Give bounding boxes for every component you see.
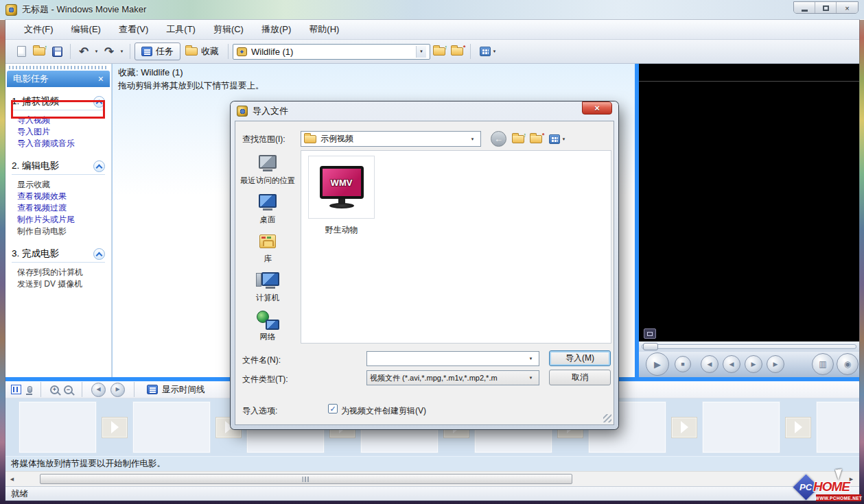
sparkle-icon: * — [463, 44, 465, 51]
pane-grip[interactable] — [9, 66, 108, 69]
back-button[interactable]: ← — [491, 131, 506, 147]
filetype-combo[interactable]: 视频文件 (*.avi,*.mpg,*.m1v,*.mp2,*.m ▼ — [366, 370, 539, 385]
collection-reel-icon — [237, 47, 247, 56]
zoom-in-button[interactable]: + — [50, 385, 59, 394]
storyboard-transition-slot[interactable] — [102, 418, 127, 437]
dialog-close-button[interactable]: × — [582, 101, 612, 115]
next-frame-button[interactable]: ▶ — [767, 355, 784, 373]
step-back-button[interactable]: ◀ — [723, 355, 740, 373]
storyboard-clip-slot[interactable] — [19, 402, 96, 453]
desktop: 无标题 - Windows Movie Maker × 文件(F) 编辑(E) … — [0, 0, 864, 504]
place-network[interactable]: 网络 — [256, 311, 279, 342]
menu-clip[interactable]: 剪辑(C) — [205, 21, 253, 38]
menu-help[interactable]: 帮助(H) — [300, 21, 348, 38]
task-automovie[interactable]: 制作自动电影 — [17, 226, 105, 237]
import-button[interactable]: 导入(M) — [549, 350, 611, 366]
rewind-storyboard-button[interactable]: ◀ — [91, 383, 106, 397]
menu-view[interactable]: 查看(V) — [110, 21, 157, 38]
dialog-app-icon — [237, 106, 248, 117]
storyboard-clip-slot[interactable] — [703, 402, 780, 453]
minimize-button[interactable] — [794, 2, 815, 14]
menu-file[interactable]: 文件(F) — [15, 21, 62, 38]
scrollbar-thumb[interactable] — [40, 474, 572, 484]
place-recent[interactable]: 最近访问的位置 — [240, 154, 296, 186]
fullscreen-toggle-button[interactable] — [644, 328, 656, 339]
collapse-chevron-icon[interactable] — [93, 248, 105, 260]
cancel-button[interactable]: 取消 — [549, 370, 611, 385]
seek-thumb[interactable] — [643, 343, 658, 350]
undo-dropdown-button[interactable]: ▼ — [93, 43, 100, 60]
step-forward-button[interactable]: ▶ — [745, 355, 762, 373]
dialog-title: 导入文件 — [253, 105, 288, 117]
storyboard-transition-slot[interactable] — [672, 418, 697, 437]
place-computer[interactable]: 计算机 — [256, 272, 280, 303]
place-libraries[interactable]: 库 — [256, 232, 279, 264]
redo-button[interactable]: ↷ — [101, 43, 117, 60]
take-picture-button[interactable]: ◉ — [837, 353, 859, 375]
views-button[interactable]: ▼ — [476, 43, 500, 60]
task-show-collections[interactable]: 显示收藏 — [17, 180, 105, 190]
seek-bar[interactable] — [642, 344, 856, 349]
up-one-level-button[interactable]: ↑ — [510, 131, 526, 147]
previous-frame-button[interactable]: ◀ — [701, 355, 719, 373]
up-one-level-button[interactable]: ↑ — [431, 43, 447, 60]
undo-button[interactable]: ↶ — [75, 43, 92, 60]
redo-dropdown-button[interactable]: ▼ — [118, 43, 126, 60]
task-view-effects[interactable]: 查看视频效果 — [17, 191, 105, 202]
play-button[interactable]: ▶ — [646, 352, 669, 376]
task-save-to-computer[interactable]: 保存到我的计算机 — [17, 267, 105, 278]
section-finish-movie: 3. 完成电影 保存到我的计算机 发送到 DV 摄像机 — [12, 248, 105, 292]
task-pane-close-icon[interactable]: × — [98, 74, 104, 84]
menu-edit[interactable]: 编辑(E) — [62, 21, 110, 38]
file-item-wildlife[interactable]: WMV 野生动物 — [308, 156, 375, 236]
caret-down-icon: ▼ — [95, 49, 99, 53]
task-import-audio[interactable]: 导入音频或音乐 — [17, 139, 105, 149]
desktop-icon — [256, 193, 279, 213]
combo-dropdown-button[interactable]: ▼ — [526, 371, 536, 385]
close-button[interactable]: × — [837, 2, 858, 14]
new-document-icon — [17, 46, 26, 57]
look-in-label: 查找范围(I): — [242, 134, 285, 145]
collapse-chevron-icon[interactable] — [93, 160, 105, 172]
restore-button[interactable] — [815, 2, 837, 14]
play-storyboard-button[interactable]: ▶ — [110, 383, 125, 397]
menu-play[interactable]: 播放(P) — [253, 21, 300, 38]
timeline-icon — [147, 385, 158, 394]
combo-dropdown-button[interactable]: ▼ — [467, 132, 478, 146]
save-project-button[interactable] — [49, 43, 65, 60]
combo-dropdown-button[interactable]: ▼ — [416, 46, 426, 58]
open-project-button[interactable]: ↑ — [31, 43, 47, 60]
place-label: 最近访问的位置 — [240, 176, 296, 186]
place-desktop[interactable]: 桌面 — [256, 193, 279, 225]
task-view-transitions[interactable]: 查看视频过渡 — [17, 203, 105, 213]
storyboard-clip-slot[interactable] — [133, 402, 210, 453]
views-button[interactable]: ▼ — [546, 131, 569, 147]
tasks-icon — [141, 47, 152, 56]
filename-combo[interactable]: ▼ — [366, 351, 539, 366]
look-in-combo[interactable]: 示例视频 ▼ — [301, 131, 481, 147]
new-folder-button[interactable]: * — [528, 131, 544, 147]
storyboard-clip-slot[interactable] — [817, 402, 859, 453]
storyboard-view-icon[interactable] — [11, 385, 21, 394]
create-clips-checkbox[interactable]: ✓ — [328, 404, 338, 413]
storyboard-transition-slot[interactable] — [786, 418, 810, 437]
tasks-toggle-button[interactable]: 任务 — [135, 43, 180, 60]
show-timeline-button[interactable]: 显示时间线 — [143, 383, 209, 397]
task-import-pictures[interactable]: 导入图片 — [17, 127, 105, 137]
menu-tools[interactable]: 工具(T) — [157, 21, 205, 38]
zoom-out-button[interactable]: − — [64, 385, 73, 394]
stop-button[interactable]: ■ — [675, 356, 691, 372]
recent-places-icon — [256, 154, 279, 173]
new-project-button[interactable] — [13, 43, 30, 60]
task-make-titles[interactable]: 制作片头或片尾 — [17, 215, 105, 225]
new-collection-folder-button[interactable]: * — [449, 43, 465, 60]
task-send-to-dv[interactable]: 发送到 DV 摄像机 — [17, 279, 105, 289]
horizontal-scrollbar[interactable]: ◀ ▶ — [5, 471, 859, 486]
collections-toggle-button[interactable]: 收藏 — [180, 43, 224, 60]
combo-dropdown-button[interactable]: ▼ — [526, 352, 536, 365]
collection-combo[interactable]: Wildlife (1) ▼ — [233, 44, 430, 60]
narrate-timeline-icon[interactable] — [26, 386, 32, 394]
resize-grip[interactable] — [603, 414, 611, 422]
split-clip-button[interactable]: ▥ — [812, 353, 834, 375]
scroll-left-button[interactable]: ◀ — [7, 474, 17, 484]
